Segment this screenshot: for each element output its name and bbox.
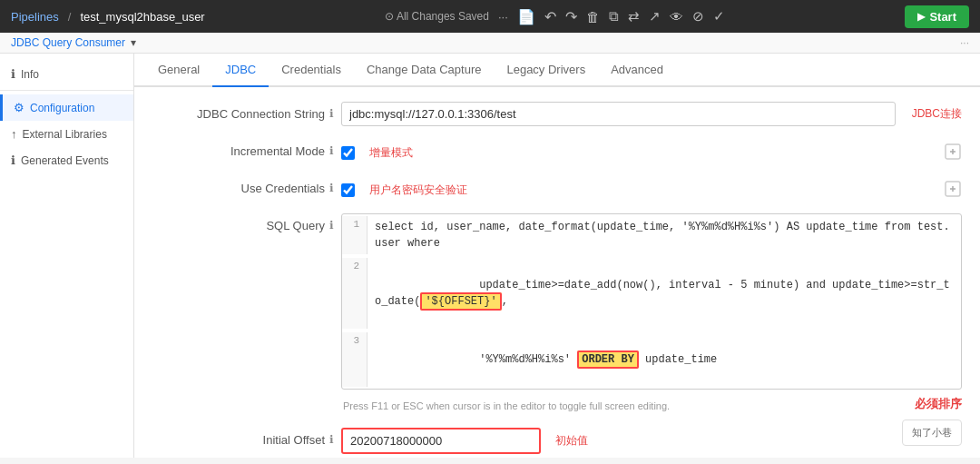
incremental-expand[interactable] (944, 143, 962, 163)
sql-query-row: SQL Query ℹ 1 select id, user_name, date… (152, 213, 962, 415)
credentials-expand[interactable] (944, 180, 962, 201)
sidebar-events-label: Generated Events (21, 154, 109, 167)
jdbc-connection-row: JDBC Connection String ℹ JDBC连接 (152, 102, 962, 126)
initial-offset-row: Initial Offset ℹ 初始值 (152, 428, 962, 454)
sidebar: ℹ Info ⚙ Configuration ↑ External Librar… (0, 54, 134, 458)
shuffle-icon[interactable]: ⇄ (628, 8, 640, 25)
sidebar-item-generated-events[interactable]: ℹ Generated Events (0, 147, 133, 173)
offset-highlight: '${OFFSET}' (420, 292, 501, 311)
incremental-mode-checkbox[interactable] (341, 146, 355, 160)
sql-info-icon[interactable]: ℹ (329, 219, 334, 232)
incremental-info-icon[interactable]: ℹ (329, 144, 334, 157)
eye-icon[interactable]: 👁 (670, 9, 683, 25)
sql-line3-post: update_time (645, 353, 717, 366)
jdbc-annotation: JDBC连接 (912, 106, 962, 122)
sidebar-ext-label: External Libraries (23, 128, 107, 141)
sidebar-item-external-libraries[interactable]: ↑ External Libraries (0, 121, 133, 147)
use-credentials-wrap: 用户名密码安全验证 (341, 176, 962, 201)
tabs-bar: General JDBC Credentials Change Data Cap… (134, 54, 980, 87)
events-icon: ℹ (11, 153, 15, 167)
pipeline-name: test_mysql2hbase_user (80, 10, 204, 24)
main-content: General JDBC Credentials Change Data Cap… (134, 54, 980, 458)
sql-line-1: 1 select id, user_name, date_format(upda… (342, 214, 961, 256)
sidebar-info-label: Info (21, 68, 39, 81)
sql-query-label: SQL Query ℹ (152, 213, 334, 232)
sql-line-3: 3 '%Y%m%d%H%i%s' ORDER BY update_time (342, 331, 961, 389)
jdbc-connection-input[interactable] (341, 102, 896, 126)
consumer-link[interactable]: JDBC Query Consumer (11, 36, 125, 49)
sql-line-2: 2 update_time>=date_add(now(), interval … (342, 256, 961, 331)
offset-annotation: 初始值 (555, 433, 588, 449)
ellipsis-icon[interactable]: ··· (498, 10, 508, 24)
jdbc-connection-wrap: JDBC连接 (341, 102, 962, 126)
incremental-mode-label: Incremental Mode ℹ (152, 139, 334, 158)
jdbc-info-icon[interactable]: ℹ (329, 107, 334, 120)
tab-legacy-drivers[interactable]: Legacy Drivers (494, 54, 598, 87)
pipelines-link[interactable]: Pipelines (11, 10, 59, 24)
share-icon[interactable]: ↗ (649, 8, 661, 25)
jdbc-connection-label: JDBC Connection String ℹ (152, 102, 334, 121)
gear-icon: ⚙ (14, 101, 24, 114)
sidebar-item-configuration[interactable]: ⚙ Configuration (0, 94, 133, 121)
incremental-mode-row: Incremental Mode ℹ 增量模式 (152, 139, 962, 163)
redo-icon[interactable]: ↷ (565, 8, 577, 25)
use-credentials-row: Use Credentials ℹ 用户名密码安全验证 (152, 176, 962, 201)
library-icon: ↑ (11, 127, 17, 141)
topbar: Pipelines / test_mysql2hbase_user ⊙ All … (0, 0, 980, 33)
credentials-expand-icon (944, 180, 962, 198)
initial-offset-input[interactable] (341, 428, 541, 454)
document-icon[interactable]: 📄 (517, 8, 535, 25)
breadcrumb-ellipsis[interactable]: ··· (960, 36, 969, 49)
form-body: JDBC Connection String ℹ JDBC连接 Incremen… (134, 87, 980, 458)
initial-offset-label: Initial Offset ℹ (152, 428, 334, 447)
help-icon[interactable]: ⊘ (692, 8, 704, 25)
tab-general[interactable]: General (145, 54, 212, 87)
initial-offset-wrap: 初始值 (341, 428, 962, 454)
sidebar-config-label: Configuration (30, 102, 94, 114)
tab-change-data-capture[interactable]: Change Data Capture (354, 54, 494, 87)
sql-query-wrap: 1 select id, user_name, date_format(upda… (341, 213, 962, 415)
credentials-annotation: 用户名密码安全验证 (369, 183, 467, 198)
sql-line2-comma: , (502, 295, 508, 308)
breadcrumb-arrow[interactable]: ▾ (131, 36, 136, 49)
undo-icon[interactable]: ↶ (544, 8, 556, 25)
copy-icon[interactable]: ⧉ (609, 8, 619, 25)
watermark: 知了小巷 (902, 420, 962, 446)
main-layout: ℹ Info ⚙ Configuration ↑ External Librar… (0, 54, 980, 458)
save-status: ⊙ All Changes Saved (385, 10, 489, 23)
tab-advanced[interactable]: Advanced (598, 54, 676, 87)
breadcrumb-sep: / (68, 10, 72, 24)
expand-icon (944, 143, 962, 161)
sql-line3-pre: '%Y%m%d%H%i%s' (479, 353, 571, 366)
tab-credentials[interactable]: Credentials (269, 54, 354, 87)
order-by-highlight: ORDER BY (577, 350, 639, 369)
sidebar-item-info[interactable]: ℹ Info (0, 61, 133, 91)
info-icon: ℹ (11, 67, 15, 81)
trash-icon[interactable]: 🗑 (586, 9, 600, 25)
use-credentials-checkbox[interactable] (341, 183, 355, 197)
incremental-mode-wrap: 增量模式 (341, 139, 962, 163)
credentials-info-icon[interactable]: ℹ (329, 182, 334, 194)
check-circle-icon[interactable]: ✓ (713, 8, 725, 25)
use-credentials-label: Use Credentials ℹ (152, 176, 334, 195)
offset-info-icon[interactable]: ℹ (329, 433, 334, 446)
start-button[interactable]: Start (905, 5, 969, 28)
breadcrumb-bar: JDBC Query Consumer ▾ ··· (0, 33, 980, 54)
tab-jdbc[interactable]: JDBC (212, 54, 269, 87)
editor-hint: Press F11 or ESC when cursor is in the e… (341, 397, 900, 415)
sql-editor[interactable]: 1 select id, user_name, date_format(upda… (341, 213, 962, 390)
incremental-annotation: 增量模式 (369, 145, 413, 161)
order-annotation: 必须排序 (915, 396, 962, 412)
